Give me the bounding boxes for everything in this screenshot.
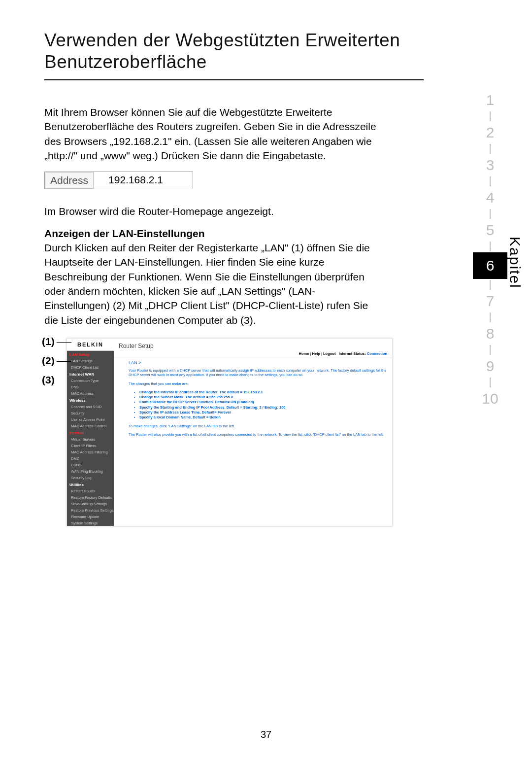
chapter-link-2[interactable]: 2 <box>473 121 507 144</box>
sidebar-wanping[interactable]: WAN Ping Blocking <box>67 468 114 475</box>
bullet-5: Specify the IP address Lease Time. Defau… <box>139 410 392 415</box>
page-number: 37 <box>0 729 532 740</box>
kapitel-label: Kapitel <box>506 237 523 289</box>
sidebar-restore[interactable]: Restore Factory Defaults <box>67 494 114 501</box>
sidebar-restprev[interactable]: Restore Previous Settings <box>67 507 114 514</box>
sidebar-security[interactable]: Security <box>67 410 114 416</box>
callout-3: (3) <box>42 374 55 385</box>
router-main: Router Setup Home | Help | Logout Intern… <box>114 339 392 526</box>
sidebar-uap[interactable]: Use as Access Point <box>67 416 114 423</box>
address-value: 192.168.2.1 <box>94 172 193 189</box>
lan-paragraph: Durch Klicken auf den Reiter der Registe… <box>44 241 379 327</box>
sidebar-sysset[interactable]: System Settings <box>67 520 114 526</box>
sidebar-internet-wan[interactable]: Internet WAN <box>67 371 114 378</box>
router-p1: Your Router is equipped with a DHCP serv… <box>114 367 392 380</box>
sidebar-macac[interactable]: MAC Address Control <box>67 423 114 429</box>
top-status-value: Connection <box>367 351 387 356</box>
sidebar-cipf[interactable]: Client IP Filters <box>67 443 114 449</box>
bullet-4: Specify the Starting and Ending IP Pool … <box>139 405 392 410</box>
router-screenshot: (1) (2) (3) BELKIN LAN Setup LAN Setting… <box>44 338 424 526</box>
chapter-link-7[interactable]: 7 <box>473 290 507 312</box>
chapter-link-5[interactable]: 5 <box>473 219 507 242</box>
chapter-link-3[interactable]: 3 <box>473 154 507 176</box>
manual-page: Verwenden der Webgestützten Erweiterten … <box>0 0 532 760</box>
chapter-link-10[interactable]: 10 <box>473 387 507 410</box>
bullet-2: Change the Subnet Mask. The default = 25… <box>139 395 392 400</box>
lan-subhead: Anzeigen der LAN-Einstellungen <box>44 228 488 240</box>
browser-address-bar: Address 192.168.2.1 <box>44 172 193 189</box>
router-topbar: Home | Help | Logout Internet Status: Co… <box>114 350 392 357</box>
callout-2: (2) <box>42 355 55 366</box>
sidebar-dhcp-client[interactable]: DHCP Client List <box>67 364 114 371</box>
router-sidebar: BELKIN LAN Setup LAN Settings DHCP Clien… <box>67 339 114 526</box>
router-title: Router Setup <box>114 339 392 350</box>
chapter-link-9[interactable]: 9 <box>473 355 507 378</box>
chapter-link-6[interactable]: 6 <box>473 252 507 279</box>
top-logout[interactable]: Logout <box>323 351 335 356</box>
sidebar-utilities[interactable]: Utilities <box>67 481 114 488</box>
belkin-logo: BELKIN <box>67 339 114 351</box>
top-home[interactable]: Home <box>299 351 309 356</box>
top-status-label: Internet Status: <box>339 351 366 356</box>
bullet-3: Enable/Disable the DHCP Server Function.… <box>139 400 392 405</box>
sidebar-mac[interactable]: MAC Address <box>67 390 114 397</box>
sidebar-fwupdate[interactable]: Firmware Update <box>67 514 114 520</box>
top-help[interactable]: Help <box>312 351 320 356</box>
sidebar-ddns[interactable]: DDNS <box>67 462 114 468</box>
sidebar-dmz[interactable]: DMZ <box>67 455 114 462</box>
sidebar-seclog[interactable]: Security Log <box>67 475 114 481</box>
sidebar-channel[interactable]: Channel and SSID <box>67 404 114 410</box>
router-bullets: Change the Internal IP address of the Ro… <box>139 390 392 420</box>
after-address-text: Im Browser wird die Router-Homepage ange… <box>44 204 379 218</box>
chapter-link-8[interactable]: 8 <box>473 322 507 345</box>
bullet-6: Specify a local Domain Name. Default = B… <box>139 415 392 420</box>
callout-1: (1) <box>42 336 55 347</box>
router-ui: BELKIN LAN Setup LAN Settings DHCP Clien… <box>66 338 393 526</box>
chapter-nav: 1 2 3 4 5 6 7 8 9 10 <box>473 89 507 410</box>
sidebar-conn-type[interactable]: Connection Type <box>67 378 114 384</box>
callout-numbers: (1) (2) (3) <box>42 336 66 393</box>
address-label: Address <box>45 172 94 189</box>
sidebar-macaf[interactable]: MAC Address Filtering <box>67 449 114 455</box>
sidebar-dns[interactable]: DNS <box>67 384 114 390</box>
chapter-link-1[interactable]: 1 <box>473 89 507 111</box>
bullet-1: Change the Internal IP address of the Ro… <box>139 390 392 395</box>
intro-paragraph: Mit Ihrem Browser können Sie auf die Web… <box>44 105 379 163</box>
sidebar-firewall[interactable]: Firewall <box>67 429 114 436</box>
router-p2: The changes that you can make are: <box>114 380 392 389</box>
sidebar-saveback[interactable]: Save/Backup Settings <box>67 501 114 507</box>
router-p3: To make changes, click "LAN Settings" on… <box>114 423 392 431</box>
sidebar-lan-settings[interactable]: LAN Settings <box>67 358 114 364</box>
sidebar-restart[interactable]: Restart Router <box>67 488 114 494</box>
page-title: Verwenden der Webgestützten Erweiterten … <box>44 30 488 73</box>
sidebar-vservers[interactable]: Virtual Servers <box>67 436 114 443</box>
chapter-link-4[interactable]: 4 <box>473 186 507 209</box>
title-rule <box>44 79 424 80</box>
sidebar-wireless[interactable]: Wireless <box>67 397 114 404</box>
router-p4: The Router will also provide you with a … <box>114 431 392 440</box>
sidebar-lan-setup[interactable]: LAN Setup <box>67 351 114 358</box>
breadcrumb: LAN > <box>114 357 392 367</box>
